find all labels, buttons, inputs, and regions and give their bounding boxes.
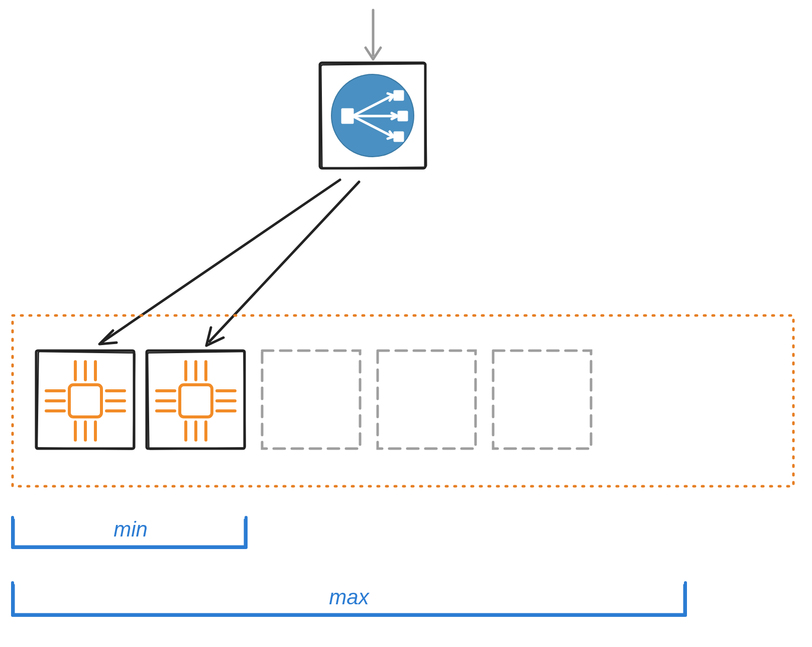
distribution-arrow-2 — [206, 182, 359, 346]
incoming-arrow — [366, 10, 381, 59]
placeholder-node-2 — [378, 351, 476, 449]
svg-line-11 — [209, 182, 359, 342]
max-label: max — [329, 585, 370, 609]
autoscaling-diagram: min max — [0, 0, 812, 647]
svg-rect-3 — [342, 110, 353, 123]
svg-rect-7 — [395, 91, 403, 99]
active-node-2 — [147, 351, 245, 449]
svg-rect-29 — [180, 385, 212, 417]
load-balancer-box — [320, 63, 426, 168]
min-label: min — [113, 517, 148, 541]
svg-rect-14 — [69, 385, 101, 417]
cpu-icon — [157, 362, 235, 440]
placeholder-node-1 — [262, 351, 360, 449]
svg-rect-9 — [395, 133, 403, 141]
placeholder-node-3 — [493, 351, 591, 449]
svg-line-10 — [103, 180, 340, 342]
scaling-group-container — [13, 315, 793, 486]
distribution-arrow-1 — [99, 180, 340, 344]
cpu-icon — [46, 362, 125, 440]
svg-rect-8 — [399, 112, 407, 120]
active-node-1 — [36, 351, 135, 449]
